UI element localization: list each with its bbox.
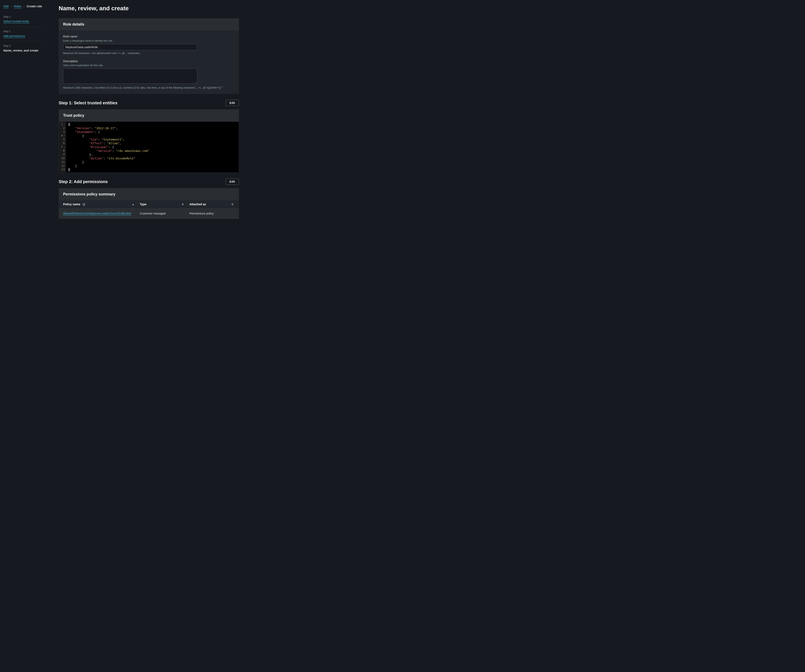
- description-hint: Add a short explanation for this role.: [63, 64, 235, 67]
- code-gutter: 1▾ 2 3 4▾ 5 6 7▾ 8 9 10 11 12 13: [59, 122, 66, 172]
- table-header: Policy name ▲ Type ▽ Attached as: [59, 200, 239, 209]
- sort-icon: ▽: [232, 203, 235, 206]
- breadcrumb-roles[interactable]: Roles: [14, 4, 21, 8]
- breadcrumb-current: Create role: [26, 4, 42, 8]
- step2-review-heading: Step 2: Add permissions: [59, 179, 108, 185]
- trust-policy-editor[interactable]: 1▾ 2 3 4▾ 5 6 7▾ 8 9 10 11 12 13 { "Ve: [59, 122, 239, 172]
- edit-step1-button[interactable]: Edit: [225, 100, 239, 106]
- role-details-heading: Role details: [59, 18, 239, 30]
- policy-attached-as: Permissions policy: [189, 211, 235, 216]
- role-name-input[interactable]: [63, 44, 197, 50]
- fold-icon[interactable]: ▾: [64, 134, 64, 137]
- description-label: Description: [63, 59, 235, 64]
- code-area[interactable]: { "Version": "2012-10-17", "Statement": …: [66, 122, 239, 172]
- col-attached-as[interactable]: Attached as ▽: [189, 202, 235, 207]
- col-policy-name[interactable]: Policy name ▲: [63, 202, 135, 207]
- breadcrumb: IAM › Roles › Create role: [3, 4, 43, 9]
- permissions-heading: Permissions policy summary: [59, 188, 239, 200]
- page-title: Name, review, and create: [59, 4, 239, 12]
- trust-policy-heading: Trust policy: [59, 110, 239, 121]
- external-link-icon: [82, 203, 85, 206]
- trust-policy-panel: Trust policy 1▾ 2 3 4▾ 5 6 7▾ 8 9 10 11 …: [59, 109, 239, 172]
- role-name-footnote: Maximum 64 characters. Use alphanumeric …: [63, 52, 235, 55]
- policy-link[interactable]: AllowAllS3ActionsInNeptuneLoaderSourceS3…: [63, 212, 131, 215]
- sort-icon: ▽: [182, 203, 185, 206]
- description-input[interactable]: [63, 69, 197, 84]
- breadcrumb-iam[interactable]: IAM: [3, 4, 8, 8]
- step1-link[interactable]: Select trusted entity: [3, 20, 43, 24]
- policy-type: Customer managed: [140, 211, 185, 216]
- step1-review-heading: Step 1: Select trusted entities: [59, 100, 117, 106]
- edit-step2-button[interactable]: Edit: [225, 179, 239, 185]
- description-footnote: Maximum 1000 characters. Use letters (A-…: [63, 86, 235, 90]
- permissions-panel: Permissions policy summary Policy name ▲…: [59, 188, 239, 219]
- chevron-right-icon: ›: [23, 4, 25, 9]
- step1-label: Step 1: [3, 15, 43, 19]
- fold-icon[interactable]: ▾: [64, 146, 64, 148]
- role-details-panel: Role details Role name Enter a meaningfu…: [59, 18, 239, 94]
- sort-asc-icon: ▲: [132, 203, 135, 206]
- step3-label: Step 3: [3, 44, 43, 48]
- role-name-hint: Enter a meaningful name to identify this…: [63, 39, 235, 43]
- chevron-right-icon: ›: [11, 4, 12, 9]
- col-type[interactable]: Type ▽: [140, 202, 185, 207]
- step3-current: Name, review, and create: [3, 49, 43, 53]
- step2-label: Step 2: [3, 30, 43, 33]
- step2-link[interactable]: Add permissions: [3, 34, 43, 38]
- role-name-label: Role name: [63, 34, 235, 39]
- fold-icon[interactable]: ▾: [64, 123, 64, 126]
- table-row: AllowAllS3ActionsInNeptuneLoaderSourceS3…: [59, 209, 239, 219]
